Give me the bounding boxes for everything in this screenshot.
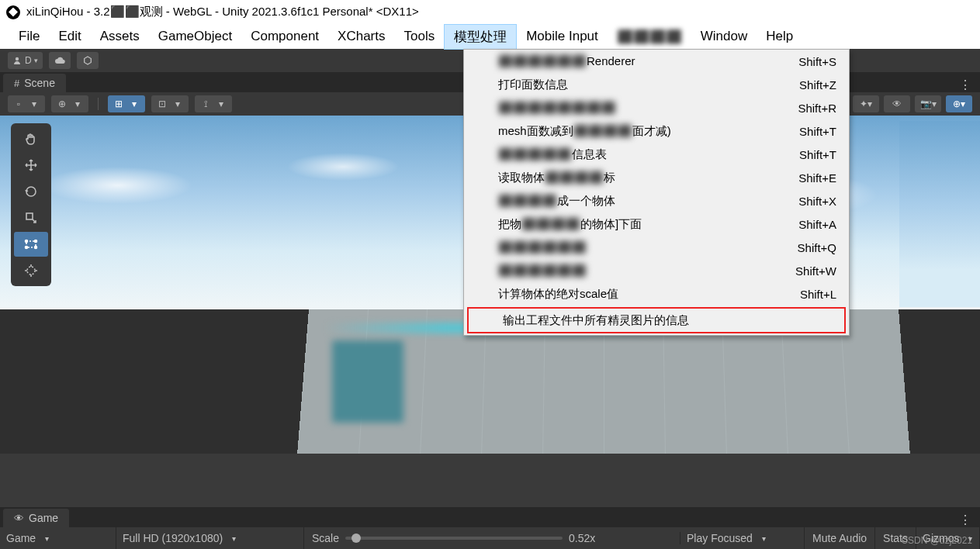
menu-obscured[interactable]: ⬛⬛⬛⬛: [608, 26, 691, 48]
display-dropdown[interactable]: Game: [0, 527, 116, 549]
menu-item-9[interactable]: ⬛⬛⬛⬛⬛⬛Shift+W: [464, 259, 849, 282]
menu-item-4[interactable]: ⬛⬛⬛⬛⬛信息表Shift+T: [464, 143, 849, 166]
menu-help[interactable]: Help: [757, 26, 802, 47]
chevron-down-icon: ▾: [213, 96, 229, 112]
cloud-icon: [54, 57, 65, 64]
svg-point-6: [35, 247, 37, 249]
resolution-dropdown[interactable]: Full HD (1920x1080): [116, 527, 304, 549]
scale-tool[interactable]: [14, 205, 48, 230]
watermark: CSDN @dzj2021: [901, 535, 972, 546]
svg-point-0: [16, 57, 19, 60]
ruler-icon: ⟟: [198, 96, 213, 112]
menu-component[interactable]: Component: [241, 26, 328, 47]
hand-icon: [24, 132, 38, 146]
menu-xcharts[interactable]: XCharts: [328, 26, 394, 47]
package-button[interactable]: [77, 52, 99, 69]
game-footer: Game Full HD (1920x1080) Scale 0.52x Pla…: [0, 527, 980, 549]
game-tab-row: 👁 Game ⋮: [0, 507, 980, 527]
scene-camera-button[interactable]: 📷▾: [915, 95, 941, 112]
transform-tool-panel: [11, 123, 51, 286]
scale-slider[interactable]: [345, 537, 563, 540]
transform-icon: [24, 264, 38, 278]
rect-tool[interactable]: [14, 232, 48, 257]
scale-value: 0.52x: [569, 532, 595, 544]
menu-item-5[interactable]: 读取物体⬛⬛⬛⬛标Shift+E: [464, 166, 849, 189]
menu-item-3[interactable]: mesh面数减到⬛⬛⬛⬛面才减)Shift+T: [464, 119, 849, 143]
scene-tab-options[interactable]: ⋮: [959, 78, 972, 92]
draw-mode-group[interactable]: ▫ ▾: [8, 95, 45, 112]
rotate-tool[interactable]: [14, 179, 48, 204]
game-tab-options[interactable]: ⋮: [959, 513, 972, 527]
window-title: xiLinQiHou - 3.2⬛⬛观测 - WebGL - Unity 202…: [26, 5, 419, 19]
sky-strip-right: [899, 121, 980, 307]
menu-item-8[interactable]: ⬛⬛⬛⬛⬛⬛Shift+Q: [464, 236, 849, 259]
move-icon: [24, 158, 38, 172]
menubar: File Edit Assets GameObject Component XC…: [0, 24, 980, 49]
account-button[interactable]: D: [8, 52, 43, 69]
menu-item-7[interactable]: 把物⬛⬛⬛⬛的物体]下面Shift+A: [464, 212, 849, 236]
rect-icon: [24, 237, 38, 251]
svg-rect-1: [26, 213, 33, 219]
game-tab-icon: 👁: [14, 513, 24, 524]
scene-visibility-button[interactable]: 👁: [884, 95, 910, 112]
shading-mode-group[interactable]: ⊕ ▾: [51, 95, 88, 112]
snap-icon: ⊡: [154, 96, 170, 112]
cloud-button[interactable]: [49, 52, 71, 69]
handle-rotation-group[interactable]: ⟟ ▾: [195, 95, 232, 112]
menu-item-6[interactable]: ⬛⬛⬛⬛成一个物体Shift+X: [464, 189, 849, 212]
model-processing-menu: ⬛⬛⬛⬛⬛⬛RendererShift+S 打印面数信息Shift+Z ⬛⬛⬛⬛…: [463, 49, 850, 336]
scene-object-blur3: [332, 340, 403, 423]
chevron-down-icon: ▾: [26, 96, 42, 112]
hand-tool[interactable]: [14, 126, 48, 151]
scale-control: Scale 0.52x: [304, 532, 680, 544]
svg-point-7: [27, 267, 35, 274]
chevron-down-icon: ▾: [70, 96, 85, 112]
menu-item-11[interactable]: 输出工程文件中所有精灵图片的信息: [469, 309, 844, 332]
scene-tab-icon: #: [14, 78, 19, 89]
slider-thumb[interactable]: [351, 533, 361, 543]
menu-item-1[interactable]: 打印面数信息Shift+Z: [464, 73, 849, 96]
snap-increment-group[interactable]: ⊡ ▾: [151, 95, 189, 112]
grid-icon: ⊞: [111, 96, 126, 112]
menu-item-2[interactable]: ⬛⬛⬛⬛⬛⬛⬛⬛Shift+R: [464, 96, 849, 119]
menu-tools[interactable]: Tools: [394, 26, 444, 47]
scene-gizmos-button[interactable]: ⊕▾: [946, 95, 972, 112]
mute-audio-button[interactable]: Mute Audio: [805, 527, 875, 549]
pivot-icon: ▫: [11, 96, 26, 112]
menu-mobile-input[interactable]: Mobile Input: [517, 26, 608, 47]
menu-assets[interactable]: Assets: [91, 26, 149, 47]
scale-label: Scale: [312, 532, 339, 544]
menu-item-highlighted: 输出工程文件中所有精灵图片的信息: [467, 307, 846, 333]
window-titlebar: xiLinQiHou - 3.2⬛⬛观测 - WebGL - Unity 202…: [0, 0, 980, 24]
svg-point-5: [26, 247, 28, 249]
menu-edit[interactable]: Edit: [49, 26, 90, 47]
scale-icon: [24, 211, 38, 225]
grid-snap-group[interactable]: ⊞ ▾: [108, 95, 145, 112]
transform-tool[interactable]: [14, 258, 48, 283]
unity-icon: [6, 5, 20, 19]
menu-item-0[interactable]: ⬛⬛⬛⬛⬛⬛RendererShift+S: [464, 50, 849, 73]
hexagon-icon: [83, 56, 92, 65]
menu-file[interactable]: File: [9, 26, 49, 47]
svg-point-4: [35, 240, 37, 243]
chevron-down-icon: ▾: [170, 96, 185, 112]
menu-gameobject[interactable]: GameObject: [149, 26, 241, 47]
menu-model-processing[interactable]: 模型处理: [444, 24, 517, 50]
separator: [98, 98, 99, 110]
chevron-down-icon: ▾: [126, 96, 142, 112]
play-focused-dropdown[interactable]: Play Focused: [680, 527, 805, 549]
scene-tab[interactable]: # Scene: [3, 74, 66, 92]
rotate-icon: [24, 185, 38, 199]
move-tool[interactable]: [14, 153, 48, 178]
user-icon: [12, 56, 22, 65]
globe-icon: ⊕: [54, 96, 70, 112]
game-tab[interactable]: 👁 Game: [3, 509, 69, 527]
menu-window[interactable]: Window: [691, 26, 757, 47]
scene-fx-button[interactable]: ✦▾: [853, 95, 879, 112]
svg-point-3: [26, 240, 28, 243]
menu-item-10[interactable]: 计算物体的绝对scale值Shift+L: [464, 282, 849, 306]
